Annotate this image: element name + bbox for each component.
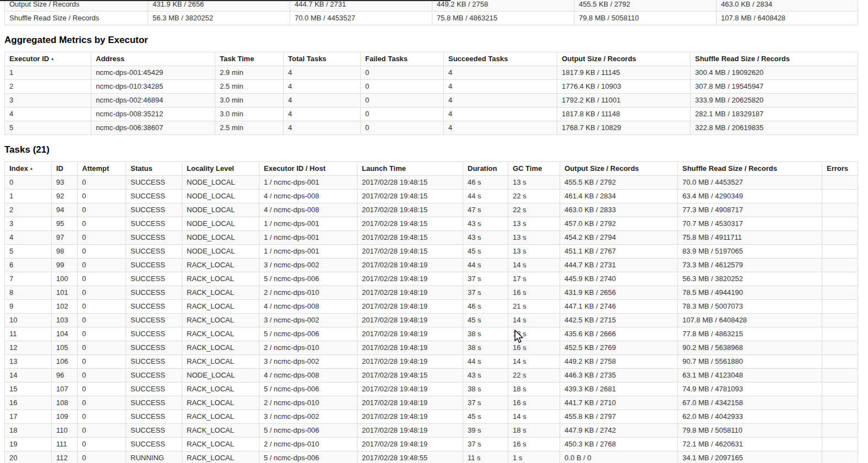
- cell-status: SUCCESS: [126, 410, 182, 424]
- cell-status: SUCCESS: [126, 424, 182, 438]
- cell-duration: 44 s: [463, 259, 508, 272]
- cell-duration: 39 s: [463, 424, 508, 438]
- cell-locality-level: NODE_LOCAL: [182, 369, 259, 383]
- column-header-task-time[interactable]: Task Time: [215, 52, 284, 66]
- cell-launch-time: 2017/02/28 19:48:19: [357, 424, 463, 438]
- column-header-shuffle-read-size-records[interactable]: Shuffle Read Size / Records: [691, 52, 858, 66]
- column-header-index[interactable]: Index▴: [5, 162, 52, 176]
- executor-metrics-heading: Aggregated Metrics by Executor: [4, 35, 862, 46]
- cell-executor-id-host: 1 / ncmc-dps-001: [259, 231, 357, 245]
- table-row: 4970SUCCESSNODE_LOCAL1 / ncmc-dps-001201…: [5, 231, 858, 245]
- cell-status: SUCCESS: [126, 355, 182, 369]
- column-header-address[interactable]: Address: [91, 52, 215, 66]
- column-header-gc-time[interactable]: GC Time: [508, 162, 560, 176]
- table-row: 201120RUNNINGRACK_LOCAL5 / ncmc-dps-0062…: [5, 451, 858, 463]
- column-header-attempt[interactable]: Attempt: [78, 162, 126, 176]
- cell-attempt: 0: [78, 355, 126, 369]
- cell-total-tasks: 4: [284, 66, 361, 80]
- cell-gc-time: 14 s: [508, 259, 560, 272]
- cell-shuffle-read-size-records: 79.8 MB / 5058110: [678, 424, 822, 438]
- column-header-total-tasks[interactable]: Total Tasks: [284, 52, 361, 66]
- cell-duration: 37 s: [463, 272, 508, 286]
- table-row: 14960SUCCESSNODE_LOCAL4 / ncmc-dps-00820…: [5, 369, 858, 383]
- cell-id: 107: [52, 383, 78, 396]
- cell-output-size-records: 454.2 KB / 2794: [560, 231, 678, 245]
- cell-gc-time: 16 s: [508, 286, 560, 300]
- cell-duration: 37 s: [463, 438, 508, 451]
- sort-ascending-icon: ▴: [51, 56, 53, 61]
- cell-locality-level: NODE_LOCAL: [182, 245, 259, 259]
- column-header-executor-id[interactable]: Executor ID▴: [5, 52, 91, 66]
- cell-executor-id: 5: [5, 121, 91, 135]
- cell-locality-level: RACK_LOCAL: [182, 410, 259, 424]
- cell-task-time: 3.0 min: [215, 94, 284, 107]
- cell-output-size-records: 445.9 KB / 2740: [560, 272, 678, 286]
- column-header-duration[interactable]: Duration: [463, 162, 508, 176]
- column-header-launch-time[interactable]: Launch Time: [357, 162, 463, 176]
- cell-locality-level: RACK_LOCAL: [182, 341, 259, 355]
- cell-id: 99: [52, 259, 78, 272]
- cell-duration: 37 s: [463, 396, 508, 410]
- cell-id: 98: [52, 245, 78, 259]
- cell-index: 10: [5, 314, 52, 327]
- column-header-output-size-records[interactable]: Output Size / Records: [560, 162, 678, 176]
- cell-gc-time: 14 s: [508, 355, 560, 369]
- cell-attempt: 0: [78, 231, 126, 245]
- cell-id: 102: [52, 300, 78, 314]
- cell-errors: [822, 231, 858, 245]
- column-header-output-size-records[interactable]: Output Size / Records: [557, 52, 691, 66]
- table-row: Shuffle Read Size / Records56.3 MB / 382…: [5, 12, 858, 25]
- column-header-id[interactable]: ID: [52, 162, 78, 176]
- cell-task-time: 2.9 min: [215, 66, 284, 80]
- cell-failed-tasks: 0: [361, 121, 444, 135]
- cell-shuffle-read-size-records: 72.1 MB / 4620631: [678, 438, 822, 451]
- cell-locality-level: RACK_LOCAL: [182, 383, 259, 396]
- stage-detail-page: Output Size / Records431.9 KB / 2656444.…: [0, 0, 868, 463]
- cell-shuffle-read-size-records: 333.9 MB / 20625820: [691, 94, 858, 107]
- cell-executor-id-host: 4 / ncmc-dps-008: [259, 369, 357, 383]
- cell-attempt: 0: [78, 272, 126, 286]
- table-row: 111040SUCCESSRACK_LOCAL5 / ncmc-dps-0062…: [5, 327, 858, 341]
- column-header-failed-tasks[interactable]: Failed Tasks: [361, 52, 444, 66]
- cell-id: 95: [52, 217, 78, 231]
- cell-output-size-records: 447.1 KB / 2746: [560, 300, 678, 314]
- column-header-status[interactable]: Status: [126, 162, 182, 176]
- cell-attempt: 0: [78, 327, 126, 341]
- cell-status: SUCCESS: [126, 272, 182, 286]
- cell-index: 16: [5, 396, 52, 410]
- cell-status: SUCCESS: [126, 438, 182, 451]
- column-header-shuffle-read-size-records[interactable]: Shuffle Read Size / Records: [678, 162, 822, 176]
- cell-index: 15: [5, 383, 52, 396]
- cell-errors: [822, 369, 858, 383]
- cell-launch-time: 2017/02/28 19:48:19: [357, 341, 463, 355]
- column-header-succeeded-tasks[interactable]: Succeeded Tasks: [444, 52, 557, 66]
- cell-status: SUCCESS: [126, 176, 182, 190]
- cell-index: 2: [5, 203, 52, 217]
- cell-launch-time: 2017/02/28 19:48:15: [357, 190, 463, 203]
- cell-succeeded-tasks: 4: [444, 66, 557, 80]
- cell-output-size-records: 450.3 KB / 2768: [560, 438, 678, 451]
- cell-locality-level: RACK_LOCAL: [182, 314, 259, 327]
- cell-errors: [822, 190, 858, 203]
- cell-index: 6: [5, 259, 52, 272]
- table-row: 131060SUCCESSRACK_LOCAL3 / ncmc-dps-0022…: [5, 355, 858, 369]
- cell-total-tasks: 4: [284, 94, 361, 107]
- cell-address: ncmc-dps-010:34285: [91, 80, 215, 94]
- cell-total-tasks: 4: [284, 80, 361, 94]
- cell-executor-id-host: 2 / ncmc-dps-010: [259, 438, 357, 451]
- cell-id: 109: [52, 410, 78, 424]
- cell-output-size-records: 451.1 KB / 2767: [560, 245, 678, 259]
- summary-metrics-table: Output Size / Records431.9 KB / 2656444.…: [4, 0, 858, 25]
- cell-metric-value: 449.2 KB / 2758: [432, 0, 574, 12]
- cell-shuffle-read-size-records: 70.0 MB / 4453527: [678, 176, 822, 190]
- column-header-executor-id-host[interactable]: Executor ID / Host: [259, 162, 357, 176]
- cell-output-size-records: 439.3 KB / 2681: [560, 383, 678, 396]
- cell-status: SUCCESS: [126, 314, 182, 327]
- column-header-locality-level[interactable]: Locality Level: [182, 162, 259, 176]
- cell-output-size-records: 0.0 B / 0: [560, 451, 678, 463]
- cell-status: SUCCESS: [126, 396, 182, 410]
- cell-status: SUCCESS: [126, 203, 182, 217]
- cell-status: SUCCESS: [126, 383, 182, 396]
- cell-executor-id-host: 5 / ncmc-dps-006: [259, 272, 357, 286]
- column-header-errors[interactable]: Errors: [822, 162, 858, 176]
